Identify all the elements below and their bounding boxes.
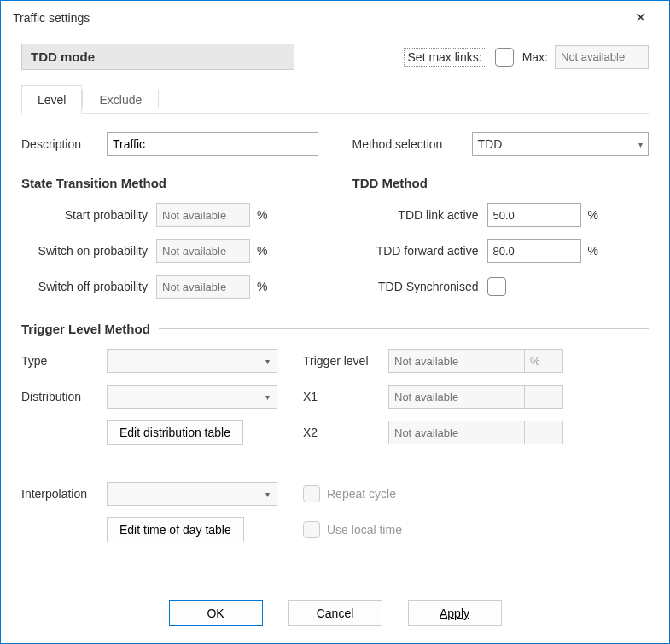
switch-on-prob-unit: %	[257, 244, 267, 258]
ok-button[interactable]: OK	[169, 600, 263, 626]
footer: OK Cancel Apply	[1, 583, 669, 643]
start-prob-input	[156, 203, 250, 227]
tdd-forward-active-input[interactable]	[487, 239, 581, 263]
trigger-level-input	[388, 349, 525, 373]
interpolation-select[interactable]: ▾	[107, 482, 277, 506]
tdd-forward-active-label: TDD forward active	[352, 244, 487, 258]
type-select[interactable]: ▾	[107, 349, 277, 373]
description-label: Description	[21, 137, 107, 151]
x1-unit	[524, 385, 563, 409]
trigger-level-label: Trigger level	[303, 354, 388, 368]
chevron-down-icon: ▾	[265, 392, 270, 402]
tdd-link-active-label: TDD link active	[352, 208, 487, 222]
tdd-synchronised-checkbox[interactable]	[487, 277, 506, 296]
close-button[interactable]: ✕	[623, 1, 657, 35]
type-label: Type	[21, 354, 107, 368]
set-max-links-label: Set max links:	[404, 48, 486, 67]
switch-off-prob-input	[156, 275, 250, 299]
x2-input	[388, 421, 525, 444]
x1-label: X1	[303, 390, 388, 403]
titlebar: Traffic settings ✕	[1, 1, 669, 35]
tdd-group-title: TDD Method	[352, 176, 650, 190]
distribution-label: Distribution	[21, 390, 107, 403]
trigger-group-title: Trigger Level Method	[21, 322, 649, 336]
switch-off-prob-label: Switch off probability	[21, 280, 156, 293]
x2-unit	[524, 421, 563, 444]
tab-exclude[interactable]: Exclude	[83, 85, 158, 113]
x1-input	[388, 385, 525, 409]
method-select-value: TDD	[478, 137, 503, 151]
upper-columns: Description Method selection TDD ▾	[21, 131, 649, 167]
dialog-window: Traffic settings ✕ TDD mode Set max link…	[0, 0, 670, 644]
apply-button[interactable]: Apply	[408, 600, 502, 626]
tdd-link-active-unit: %	[588, 208, 598, 222]
repeat-cycle-checkbox	[303, 485, 320, 502]
distribution-select[interactable]: ▾	[107, 385, 277, 409]
repeat-cycle-label: Repeat cycle	[327, 487, 396, 501]
x2-label: X2	[303, 426, 388, 439]
switch-on-prob-label: Switch on probability	[21, 244, 156, 258]
method-columns: State Transition Method Start probabilit…	[21, 167, 649, 310]
tdd-link-active-input[interactable]	[487, 203, 581, 227]
mode-display: TDD mode	[21, 44, 294, 70]
use-local-time-label: Use local time	[327, 523, 402, 537]
edit-time-of-day-button[interactable]: Edit time of day table	[107, 517, 244, 542]
max-input	[555, 45, 649, 69]
top-row: TDD mode Set max links: Max:	[21, 44, 649, 70]
edit-distribution-button[interactable]: Edit distribution table	[107, 420, 243, 445]
switch-on-prob-input	[156, 239, 250, 263]
start-prob-label: Start probability	[21, 208, 156, 222]
stm-group-title: State Transition Method	[21, 176, 318, 190]
window-title: Traffic settings	[13, 11, 623, 25]
method-label: Method selection	[352, 137, 472, 151]
trigger-level-unit: %	[524, 349, 563, 373]
content-area: TDD mode Set max links: Max: Level Exclu…	[1, 35, 669, 583]
tab-bar: Level Exclude	[21, 85, 649, 114]
chevron-down-icon: ▾	[638, 140, 643, 149]
description-input[interactable]	[107, 132, 318, 156]
use-local-time-checkbox	[303, 521, 320, 538]
interpolation-label: Interpolation	[21, 487, 107, 501]
start-prob-unit: %	[257, 208, 267, 222]
tdd-forward-active-unit: %	[588, 244, 598, 258]
chevron-down-icon: ▾	[265, 357, 270, 366]
cancel-button[interactable]: Cancel	[288, 600, 382, 626]
max-label: Max:	[522, 50, 548, 64]
tdd-synchronised-label: TDD Synchronised	[352, 280, 487, 293]
tab-level[interactable]: Level	[21, 85, 82, 114]
switch-off-prob-unit: %	[257, 280, 267, 293]
chevron-down-icon: ▾	[265, 490, 270, 499]
close-icon: ✕	[635, 11, 646, 25]
set-max-links-checkbox[interactable]	[495, 48, 514, 67]
method-select[interactable]: TDD ▾	[472, 132, 650, 156]
